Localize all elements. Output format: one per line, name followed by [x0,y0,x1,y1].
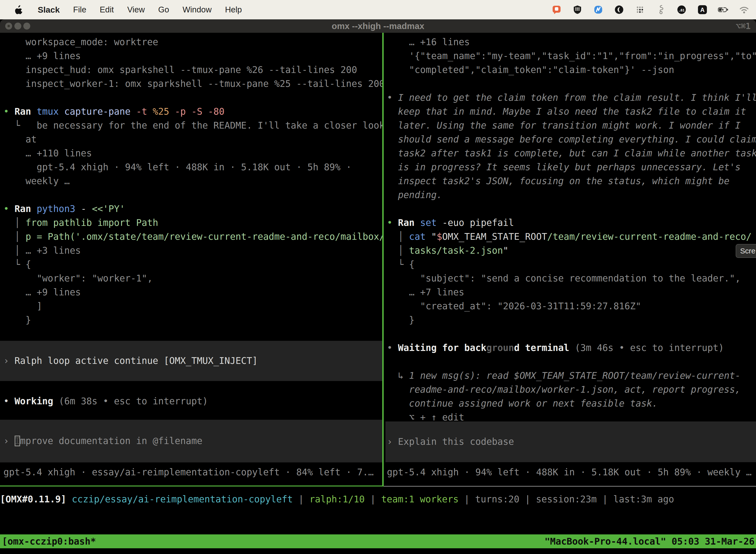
screen-tooltip: Scre [736,244,756,258]
menu-item-edit[interactable]: Edit [100,5,114,14]
window-shortcut-badge: ⌥⌘1 [736,19,751,33]
dots-grid-icon[interactable] [634,4,645,15]
terminal-line: … +110 lines [0,147,382,160]
window-title: omx --xhigh --madmax [0,19,756,33]
terminal-line: } [385,313,756,327]
terminal-line: gpt-5.4 xhigh · 94% left · 488K in · 5.1… [385,465,756,479]
squiggle-icon[interactable] [655,4,666,15]
left-prompt-input[interactable]: › Improve documentation in @filename [0,420,382,462]
left-scrollback: workspace_mode: worktree … +9 lines insp… [0,33,382,327]
terminal-line: … +16 lines [385,35,756,49]
terminal-line [385,77,756,91]
terminal-window: omx --xhigh --madmax ⌥⌘1 workspace_mode:… [0,19,756,554]
terminal-line: • Ran python3 - <<'PY' [0,202,382,216]
terminal-line: weekly … [0,174,382,188]
meter-label: ..61 [679,8,685,12]
terminal-line: • Working (6m 38s • esc to interrupt) [0,394,382,408]
terminal-line: pending. [385,188,756,202]
terminal-line: is in progress? It seems likely but perh… [385,160,756,174]
window-title-bar: omx --xhigh --madmax ⌥⌘1 [0,19,756,33]
terminal-line: "subject": "send a concise recommendatio… [385,272,756,285]
right-scrollback: … +16 lines '{"team_name":"my-team","tas… [385,33,756,425]
tmux-host-clock: "MacBook-Pro-44.local" 05:03 31-Mar-26 [545,536,756,547]
shield-grid-icon[interactable] [572,4,583,15]
terminal-line [385,327,756,341]
terminal-line: inspect_hud: omx sparkshell --tmux-pane … [0,63,382,77]
terminal-line: [OMX#0.11.9] cczip/essay/ai-reimplementa… [0,492,756,506]
chat-app-icon[interactable] [551,4,562,15]
terminal-line: workspace_mode: worktree [0,35,382,49]
left-pane-bottom-border [0,486,384,487]
terminal-line: │ p = Path('.omx/state/team/review-curre… [0,230,382,244]
right-prompt-input[interactable]: › Explain this codebase [385,422,756,462]
terminal-line: └ { [385,258,756,272]
terminal-line: gpt-5.4 xhigh · essay/ai-reimplementatio… [0,465,382,479]
terminal-line: └ { [0,258,382,272]
terminal-line: • I need to get the claim token from the… [385,91,756,105]
apple-icon[interactable] [13,4,24,15]
menu-item-file[interactable]: File [73,5,86,14]
terminal-line: later. Using the same for transition mig… [385,119,756,132]
terminal-line: ] [0,299,382,313]
menu-bar: Slack File Edit View Go Window Help [0,0,756,19]
menu-bar-left: Slack File Edit View Go Window Help [0,4,242,15]
terminal-line [385,355,756,369]
tmux-session-label: [omx-cczip0:bash* [0,536,96,547]
menu-bar-status-icons: ..61 A [551,4,756,15]
terminal-line: gpt-5.4 xhigh · 94% left · 488K in · 5.1… [0,160,382,174]
terminal-line: • Ran tmux capture-pane -t %25 -p -S -80 [0,105,382,119]
terminal-line: … +9 lines [0,49,382,63]
bolt-badge-icon[interactable] [593,4,604,15]
terminal-line: │ from pathlib import Path [0,216,382,230]
terminal-content: workspace_mode: worktree … +9 lines insp… [0,33,756,554]
terminal-line: • Waiting for background terminal (3m 46… [385,341,756,355]
terminal-line: '{"team_name":"my-team","task_id":"1","f… [385,49,756,63]
right-pane-bottom-border [384,486,756,487]
menu-item-view[interactable]: View [127,5,145,14]
crescent-icon[interactable] [614,4,625,15]
terminal-line: } [0,313,382,327]
left-injected-command-box[interactable]: › Ralph loop active continue [OMX_TMUX_I… [0,341,382,381]
terminal-line: › Ralph loop active continue [OMX_TMUX_I… [0,354,382,368]
terminal-line: inspect task2's JSON, focusing on the st… [385,174,756,188]
terminal-line: keep that in mind. Maybe I also need the… [385,105,756,119]
terminal-line: "worker": "worker-1", [0,272,382,285]
terminal-line [0,91,382,105]
terminal-line: ↳ 1 new msg(s): read $OMX_TEAM_STATE_ROO… [385,369,756,383]
terminal-line: readme-and-reco/mailbox/worker-1.json, a… [385,383,756,397]
menu-item-help[interactable]: Help [225,5,242,14]
terminal-line: › Explain this codebase [385,435,756,449]
right-model-status-line: gpt-5.4 xhigh · 94% left · 488K in · 5.1… [385,465,756,479]
meter-badge-icon[interactable]: ..61 [676,4,687,15]
menu-item-go[interactable]: Go [158,5,169,14]
menu-item-slack[interactable]: Slack [38,5,60,15]
left-model-status-line: gpt-5.4 xhigh · essay/ai-reimplementatio… [0,465,382,479]
terminal-line: continue assigned work or next feasible … [385,397,756,410]
menu-item-window[interactable]: Window [183,5,211,14]
terminal-line: • Ran set -euo pipefail [385,216,756,230]
terminal-line: … +9 lines [0,285,382,299]
terminal-line: └ be necessary for the end of the README… [0,119,382,132]
terminal-line: │ tasks/task-2.json" [385,244,756,258]
wifi-icon[interactable] [739,4,750,15]
pane-right[interactable]: … +16 lines '{"team_name":"my-team","tas… [385,33,756,486]
screen: Slack File Edit View Go Window Help [0,0,756,554]
terminal-line: › Improve documentation in @filename [0,434,382,448]
terminal-line: │ cat "$OMX_TEAM_STATE_ROOT/team/review-… [385,230,756,244]
terminal-line: "created_at": "2026-03-31T11:59:27.816Z" [385,299,756,313]
pane-divider[interactable] [382,33,384,486]
battery-icon[interactable] [718,4,729,15]
terminal-line: task2 after task1 is complete, but can I… [385,147,756,160]
terminal-line [385,202,756,216]
terminal-line: │ … +3 lines [0,244,382,258]
terminal-line: should send a message before completing … [385,132,756,147]
pane-left[interactable]: workspace_mode: worktree … +9 lines insp… [0,33,382,486]
omx-session-status-line: [OMX#0.11.9] cczip/essay/ai-reimplementa… [0,492,756,506]
a-app-icon[interactable]: A [697,4,708,15]
tmux-status-bar: [omx-cczip0:bash* "MacBook-Pro-44.local"… [0,535,756,548]
terminal-line: inspect_worker-1: omx sparkshell --tmux-… [0,77,382,91]
left-working-status: • Working (6m 38s • esc to interrupt) [0,394,382,408]
terminal-line [0,188,382,202]
a-label: A [700,6,704,13]
terminal-line: at [0,132,382,147]
